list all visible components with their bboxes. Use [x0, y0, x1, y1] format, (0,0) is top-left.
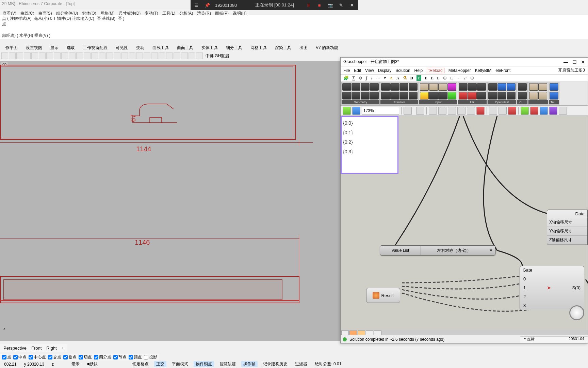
gh-comp-icon[interactable] — [550, 83, 558, 91]
gh-menu-file[interactable]: File — [343, 68, 350, 73]
gh-data-input[interactable]: Z轴偏移尺寸 — [547, 236, 587, 245]
toolbar-icon[interactable] — [84, 52, 91, 59]
toolbar-icon[interactable] — [91, 52, 98, 59]
gh-value-list[interactable]: Value List 左右对称（边-边） ▼ — [380, 245, 495, 256]
gh-comp-icon[interactable] — [538, 83, 547, 91]
gh-icon[interactable] — [559, 107, 567, 115]
gh-comp-icon[interactable] — [497, 83, 506, 91]
gh-gate-input[interactable]: 0 — [523, 276, 526, 281]
gh-menu-edit[interactable]: Edit — [354, 68, 361, 73]
tab-viewport[interactable]: 工作视窗配置 — [80, 44, 111, 51]
gh-titlebar[interactable]: Grasshopper - 开启窗加工图3* — ☐ ✕ — [341, 58, 588, 66]
gh-gate-output[interactable]: S(0) — [572, 285, 581, 290]
gh-comp-icon[interactable] — [447, 92, 456, 99]
gh-comp-icon[interactable] — [409, 83, 418, 91]
toolbar-icon[interactable] — [174, 52, 180, 59]
status-osnap[interactable]: 物件锁点 — [194, 361, 214, 367]
toolbar-icon[interactable] — [129, 52, 135, 59]
gh-menu-kettybim[interactable]: KettyBIM — [475, 68, 492, 73]
gh-sym[interactable]: ? — [371, 75, 373, 81]
gh-ribbon-label[interactable]: Tel… — [549, 100, 559, 104]
status-ortho[interactable]: 正交 — [154, 361, 166, 367]
gh-gate-input[interactable]: 3 — [523, 303, 526, 308]
status-smarttrack[interactable]: 智慧轨迹 — [217, 361, 238, 367]
tab-solidtools[interactable]: 实体工具 — [198, 44, 221, 51]
gh-comp-icon[interactable] — [420, 92, 429, 99]
gh-comp-icon[interactable] — [518, 92, 527, 99]
gh-icon[interactable] — [508, 107, 516, 115]
gh-sym[interactable]: 🧩 — [343, 75, 349, 81]
view-tab-right[interactable]: Right — [46, 346, 56, 351]
osnap-project[interactable]: 投影 — [144, 354, 157, 360]
toolbar-icon[interactable] — [46, 52, 53, 59]
chevron-down-icon[interactable]: ▼ — [487, 248, 495, 253]
gh-ribbon-label[interactable]: OpenNest — [488, 100, 516, 104]
gh-comp-icon[interactable] — [429, 83, 438, 91]
gh-comp-icon[interactable] — [352, 92, 360, 99]
gh-data-input[interactable]: Y轴偏移尺寸 — [547, 227, 587, 236]
gh-icon[interactable] — [448, 107, 456, 115]
toolbar-icon[interactable] — [196, 52, 203, 59]
gh-sym[interactable]: A — [396, 75, 399, 81]
toolbar-icon[interactable] — [181, 52, 188, 59]
gh-panel[interactable]: 左右对称（边-边） {0;0} {0;1} {0;2} {0;3} — [341, 116, 398, 174]
gh-data-component[interactable]: Data X轴偏移尺寸 Y轴偏移尺寸 Z轴偏移尺寸 — [547, 210, 588, 245]
gh-sym[interactable]: B — [410, 75, 413, 81]
gh-comp-icon[interactable] — [361, 83, 370, 91]
gh-comp-icon[interactable] — [477, 83, 486, 91]
gh-ribbon-label[interactable]: Input — [419, 100, 457, 104]
gh-comp-icon[interactable] — [497, 92, 506, 99]
gh-sym[interactable]: E — [450, 75, 453, 81]
toolbar-icon[interactable] — [159, 52, 165, 59]
menu-icon[interactable]: ☰ — [193, 2, 199, 8]
gh-icon[interactable] — [438, 107, 446, 115]
gh-comp-icon[interactable] — [518, 83, 527, 91]
gh-data-input[interactable]: X轴偏移尺寸 — [547, 218, 587, 227]
tab-curvetools[interactable]: 曲线工具 — [149, 44, 172, 51]
gh-sym[interactable]: ∫ — [366, 75, 367, 81]
gh-sym[interactable]: E — [431, 75, 434, 81]
toolbar-icon[interactable] — [166, 52, 173, 59]
gh-comp-icon[interactable] — [529, 92, 538, 99]
gh-sym[interactable]: E — [416, 75, 421, 81]
stop-icon[interactable]: ■ — [316, 2, 323, 8]
osnap-vertex[interactable]: 顶点 — [129, 354, 142, 360]
gh-comp-icon[interactable] — [381, 83, 390, 91]
gh-gate-input[interactable]: 1 — [523, 285, 526, 290]
gh-sym[interactable]: ⊘ — [359, 75, 362, 81]
gh-comp-icon[interactable] — [468, 92, 477, 99]
gh-comp-icon[interactable] — [529, 83, 538, 91]
status-history[interactable]: 记录建构历史 — [261, 361, 290, 367]
gh-canvas[interactable]: Value List 左右对称（边-边） ▼ 左右对称（边-边） {0;0} {… — [341, 116, 588, 337]
gh-sym-sigma[interactable]: ∑ — [352, 75, 355, 81]
toolbar-icon[interactable] — [189, 52, 195, 59]
command-area[interactable]: 点 ( 注解样式(A)=毫米(小) 0 T 物件(O) 连续输入(C)=否 基线… — [0, 15, 588, 39]
tab-meshtools[interactable]: 网格工具 — [247, 44, 270, 51]
gh-gate-component[interactable]: Gate 0 1➤S(0) 2 3 — [520, 266, 584, 310]
osnap-mid[interactable]: 中点 — [13, 354, 27, 360]
osnap-perp[interactable]: 垂点 — [63, 354, 77, 360]
gh-zoom-input[interactable] — [362, 107, 399, 114]
gh-menu-metahopper[interactable]: MetaHopper — [448, 68, 471, 73]
toolbar-icon[interactable] — [136, 52, 143, 59]
gh-sym[interactable]: F — [464, 75, 467, 81]
gh-comp-icon[interactable] — [538, 92, 547, 99]
gh-icon[interactable] — [521, 107, 529, 115]
tab-display[interactable]: 显示 — [47, 44, 62, 51]
gh-comp-icon[interactable] — [390, 92, 399, 99]
gh-close-icon[interactable]: ✕ — [581, 59, 585, 65]
status-gridsnap[interactable]: 锁定格点 — [130, 361, 151, 367]
osnap-center[interactable]: 中心点 — [29, 354, 46, 360]
toolbar-icon[interactable] — [9, 52, 16, 59]
toolbar-icon[interactable] — [151, 52, 158, 59]
pause-icon[interactable]: ⏸ — [306, 2, 312, 8]
gh-comp-icon[interactable] — [429, 92, 438, 99]
gh-comp-icon[interactable] — [459, 92, 468, 99]
gh-icon[interactable] — [540, 107, 548, 115]
tab-v7new[interactable]: V7 的新功能 — [312, 44, 342, 51]
toolbar-icon[interactable] — [16, 52, 23, 59]
gh-maximize-icon[interactable]: ☐ — [572, 59, 577, 65]
gh-icon[interactable] — [457, 107, 466, 115]
toolbar-icon[interactable] — [121, 52, 128, 59]
gh-icon[interactable] — [499, 107, 507, 115]
